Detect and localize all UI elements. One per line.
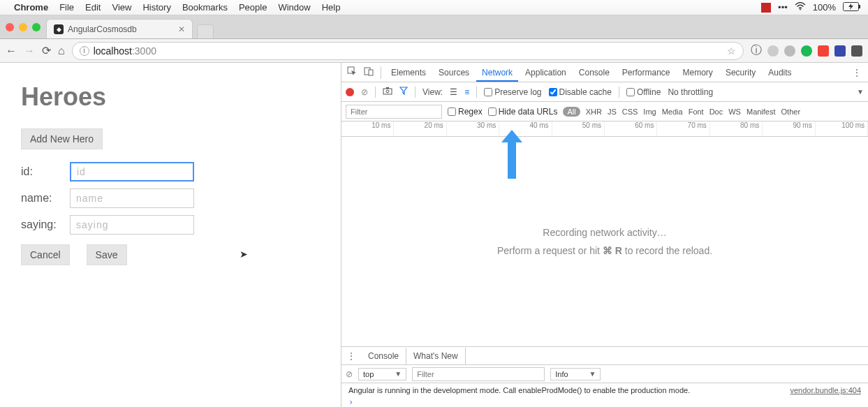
extension-icon-2[interactable] bbox=[784, 45, 795, 57]
page-title: Heroes bbox=[21, 82, 320, 112]
devtools-more-icon[interactable]: ⋮ bbox=[848, 68, 865, 77]
filter-other[interactable]: Other bbox=[781, 108, 801, 116]
inspect-icon[interactable] bbox=[344, 66, 360, 78]
console-filter-input[interactable] bbox=[412, 367, 545, 381]
minimize-window-button[interactable] bbox=[19, 23, 27, 31]
console-clear-icon[interactable]: ⊘ bbox=[346, 369, 353, 379]
extension-icon-5[interactable] bbox=[834, 45, 846, 57]
timeline-tick: 90 ms bbox=[763, 121, 815, 136]
filter-ws[interactable]: WS bbox=[728, 108, 741, 116]
menubar-dots-icon[interactable]: ••• bbox=[778, 2, 788, 13]
filter-css[interactable]: CSS bbox=[622, 108, 638, 116]
capture-screenshot-icon[interactable] bbox=[383, 87, 392, 97]
filter-img[interactable]: Img bbox=[643, 108, 656, 116]
ext-info-icon[interactable]: ⓘ bbox=[751, 43, 762, 58]
menu-file[interactable]: File bbox=[59, 2, 74, 13]
console-context-select[interactable]: top▼ bbox=[358, 368, 406, 380]
menu-edit[interactable]: Edit bbox=[85, 2, 101, 13]
drawer-tab-whatsnew[interactable]: What's New bbox=[406, 348, 466, 364]
filter-xhr[interactable]: XHR bbox=[586, 108, 602, 116]
browser-tab[interactable]: ◆ AngularCosmosdb ✕ bbox=[46, 19, 193, 38]
extension-icon-1[interactable] bbox=[767, 45, 779, 57]
add-new-hero-button[interactable]: Add New Hero bbox=[21, 128, 103, 149]
devtools-tab-audits[interactable]: Audits bbox=[763, 64, 797, 82]
filter-manifest[interactable]: Manifest bbox=[746, 108, 776, 116]
throttling-dropdown-icon[interactable]: ▼ bbox=[857, 88, 864, 96]
record-button[interactable] bbox=[346, 88, 354, 96]
devtools-tab-memory[interactable]: Memory bbox=[677, 64, 719, 82]
drawer-tab-console[interactable]: Console bbox=[361, 348, 406, 364]
maximize-window-button[interactable] bbox=[32, 23, 41, 31]
id-input[interactable] bbox=[70, 162, 194, 182]
view-waterfall-icon[interactable]: ≡ bbox=[464, 87, 469, 97]
network-body: Recording network activity… Perform a re… bbox=[341, 137, 868, 346]
address-bar[interactable]: i localhost:3000 ☆ bbox=[72, 42, 744, 60]
menu-history[interactable]: History bbox=[142, 2, 170, 13]
menu-view[interactable]: View bbox=[112, 2, 131, 13]
filter-font[interactable]: Font bbox=[689, 108, 704, 116]
devtools-tab-elements[interactable]: Elements bbox=[385, 64, 432, 82]
disable-cache-checkbox[interactable]: Disable cache bbox=[549, 87, 612, 97]
timeline-tick: 50 ms bbox=[552, 121, 605, 136]
console-level-select[interactable]: Info▼ bbox=[550, 368, 601, 380]
home-button[interactable]: ⌂ bbox=[58, 45, 65, 57]
reload-button[interactable]: ⟳ bbox=[42, 44, 51, 57]
app-page: Heroes Add New Hero id: name: saying: Ca… bbox=[0, 63, 341, 407]
devtools-tab-sources[interactable]: Sources bbox=[433, 64, 475, 82]
timeline-tick: 10 ms bbox=[341, 121, 394, 136]
devtools-tab-performance[interactable]: Performance bbox=[617, 64, 676, 82]
filter-media[interactable]: Media bbox=[662, 108, 683, 116]
console-message: Angular is running in the development mo… bbox=[341, 383, 868, 397]
bookmark-star-icon[interactable]: ☆ bbox=[727, 45, 736, 57]
throttling-select[interactable]: No throttling bbox=[668, 87, 713, 97]
site-info-icon[interactable]: i bbox=[80, 46, 89, 56]
close-window-button[interactable] bbox=[6, 23, 14, 31]
network-filter-input[interactable] bbox=[346, 105, 442, 119]
menu-window[interactable]: Window bbox=[278, 2, 310, 13]
filter-toggle-icon[interactable] bbox=[399, 87, 408, 97]
cancel-button[interactable]: Cancel bbox=[21, 244, 70, 265]
devtools-tab-network[interactable]: Network bbox=[476, 64, 518, 82]
filter-all[interactable]: All bbox=[563, 107, 580, 117]
back-button[interactable]: ← bbox=[6, 45, 17, 57]
devtools-tab-security[interactable]: Security bbox=[720, 64, 761, 82]
preserve-log-checkbox[interactable]: Preserve log bbox=[484, 87, 541, 97]
view-list-icon[interactable]: ☰ bbox=[450, 87, 457, 97]
filter-doc[interactable]: Doc bbox=[709, 108, 723, 116]
timeline-tick: 80 ms bbox=[710, 121, 763, 136]
filter-js[interactable]: JS bbox=[608, 108, 617, 116]
extension-icon-3[interactable] bbox=[801, 45, 812, 57]
menubar-extra-icon[interactable] bbox=[761, 3, 771, 13]
extension-icon-4[interactable] bbox=[818, 45, 829, 57]
chrome-tabstrip: ◆ AngularCosmosdb ✕ bbox=[0, 15, 868, 39]
new-tab-button[interactable] bbox=[197, 24, 214, 38]
forward-button[interactable]: → bbox=[24, 45, 35, 57]
extension-icon-6[interactable] bbox=[851, 45, 862, 57]
menu-help[interactable]: Help bbox=[322, 2, 341, 13]
name-input[interactable] bbox=[70, 188, 194, 208]
devtools-tab-console[interactable]: Console bbox=[573, 64, 615, 82]
saying-label: saying: bbox=[21, 219, 70, 231]
battery-icon bbox=[843, 2, 861, 13]
device-toggle-icon[interactable] bbox=[361, 66, 376, 78]
menu-people[interactable]: People bbox=[239, 2, 267, 13]
console-prompt[interactable]: › bbox=[341, 397, 868, 407]
network-toolbar: ⊘ View: ☰ ≡ Preserve log Disable cache O… bbox=[341, 82, 868, 102]
menubar-app[interactable]: Chrome bbox=[14, 2, 48, 13]
drawer-menu-icon[interactable]: ⋮ bbox=[341, 351, 361, 361]
save-button[interactable]: Save bbox=[87, 244, 127, 265]
hide-data-urls-checkbox[interactable]: Hide data URLs bbox=[488, 107, 558, 117]
regex-checkbox[interactable]: Regex bbox=[448, 107, 483, 117]
tab-close-icon[interactable]: ✕ bbox=[178, 24, 185, 34]
wifi-icon[interactable] bbox=[795, 2, 806, 13]
svg-point-0 bbox=[800, 9, 801, 10]
console-message-source[interactable]: vendor.bundle.js:404 bbox=[790, 386, 861, 394]
network-timeline[interactable]: 10 ms 20 ms 30 ms 40 ms 50 ms 60 ms 70 m… bbox=[341, 121, 868, 137]
menu-bookmarks[interactable]: Bookmarks bbox=[182, 2, 228, 13]
timeline-tick: 20 ms bbox=[394, 121, 446, 136]
saying-input[interactable] bbox=[70, 215, 194, 235]
clear-icon[interactable]: ⊘ bbox=[361, 87, 368, 97]
offline-checkbox[interactable]: Offline bbox=[626, 87, 661, 97]
devtools-tab-application[interactable]: Application bbox=[520, 64, 572, 82]
svg-point-7 bbox=[386, 90, 389, 93]
